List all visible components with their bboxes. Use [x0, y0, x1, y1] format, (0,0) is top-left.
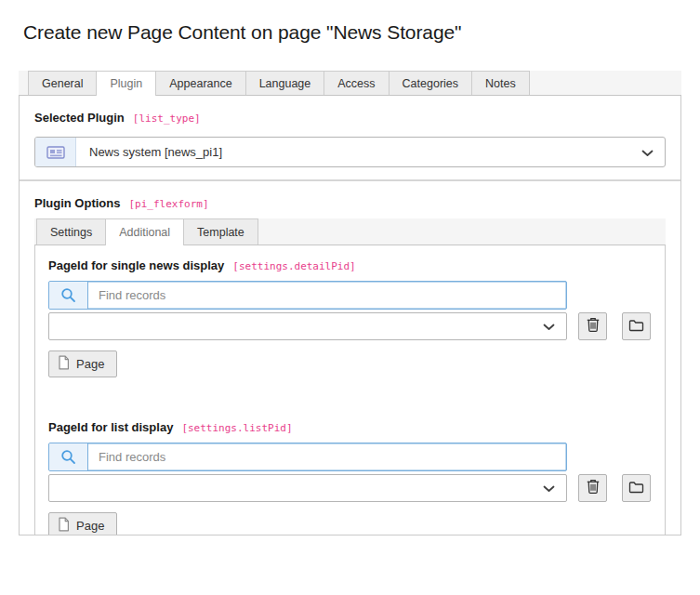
detail-pid-select-row [48, 312, 652, 340]
tab-notes-label: Notes [485, 77, 516, 90]
browse-page-button[interactable]: Page [48, 350, 117, 377]
selected-plugin-label: Selected Plugin [34, 111, 125, 125]
list-pid-label-row: PageId for list display [settings.listPi… [48, 420, 652, 434]
detail-pid-label-row: PageId for single news display [settings… [48, 258, 652, 272]
tab-settings-label: Settings [50, 226, 92, 239]
browse-page-button[interactable]: Page [48, 512, 117, 536]
tab-categories[interactable]: Categories [389, 71, 472, 95]
detail-pid-label: PageId for single news display [48, 258, 224, 272]
tab-appearance-label: Appearance [169, 77, 231, 90]
tab-language-label: Language [259, 77, 311, 90]
list-pid-field-code: [settings.listPid] [181, 422, 292, 434]
tab-template-label: Template [197, 226, 244, 239]
browse-page-button-label: Page [76, 519, 104, 533]
tab-template[interactable]: Template [183, 218, 258, 245]
remove-record-button[interactable] [578, 312, 607, 340]
tab-language[interactable]: Language [245, 71, 325, 95]
tab-categories-label: Categories [403, 77, 458, 90]
field-group-detail-pid: PageId for single news display [settings… [48, 258, 652, 377]
list-pid-search-input[interactable] [88, 443, 566, 470]
chevron-down-icon [641, 144, 654, 161]
tab-notes[interactable]: Notes [471, 71, 530, 95]
tab-settings[interactable]: Settings [36, 218, 106, 245]
browse-page-button-label: Page [76, 357, 104, 371]
tab-access[interactable]: Access [324, 71, 389, 95]
page-title: Create new Page Content on page "News St… [23, 21, 461, 44]
search-icon [49, 282, 88, 309]
chevron-down-icon [543, 480, 555, 496]
detail-pid-field-code: [settings.detailPid] [232, 260, 355, 272]
list-pid-search-group [48, 443, 567, 471]
main-tabbar: General Plugin Appearance Language Acces… [19, 71, 681, 96]
field-group-list-pid: PageId for list display [settings.listPi… [48, 420, 652, 536]
tab-additional-label: Additional [119, 226, 170, 239]
selected-plugin-value: News system [news_pi1] [76, 138, 222, 166]
plugin-options-label: Plugin Options [34, 196, 120, 210]
page-icon [58, 517, 70, 535]
tab-additional[interactable]: Additional [105, 218, 184, 245]
selected-plugin-select[interactable]: News system [news_pi1] [34, 137, 666, 167]
remove-record-button[interactable] [578, 474, 607, 502]
page-icon [58, 355, 70, 373]
detail-pid-record-select[interactable] [48, 312, 567, 340]
detail-pid-search-group [48, 281, 567, 310]
plugin-tab-panel: Selected Plugin [list_type] News system … [19, 96, 681, 536]
selected-plugin-label-row: Selected Plugin [list_type] [34, 111, 666, 125]
browse-folder-button[interactable] [622, 474, 651, 502]
trash-icon [586, 479, 601, 497]
tab-plugin[interactable]: Plugin [96, 71, 156, 96]
detail-pid-search-input[interactable] [88, 282, 566, 309]
plugin-options-section: Plugin Options [pi_flexform] Settings Ad… [34, 196, 666, 536]
flexform-additional-panel: PageId for single news display [settings… [34, 245, 666, 536]
plugin-options-label-row: Plugin Options [pi_flexform] [34, 196, 666, 210]
section-divider [20, 179, 680, 181]
list-pid-label: PageId for list display [48, 420, 173, 434]
tab-plugin-label: Plugin [110, 77, 142, 90]
tab-access-label: Access [337, 77, 375, 90]
tab-general[interactable]: General [28, 71, 97, 95]
folder-icon [628, 481, 644, 496]
tab-appearance[interactable]: Appearance [155, 71, 245, 95]
folder-icon [628, 319, 644, 335]
list-pid-record-select[interactable] [48, 474, 567, 502]
selected-plugin-field-code: [list_type] [133, 112, 201, 125]
create-content-form: Create new Page Content on page "News St… [0, 0, 700, 595]
flexform-tabbar: Settings Additional Template [34, 218, 666, 245]
list-pid-select-row [48, 474, 652, 502]
browse-folder-button[interactable] [622, 312, 651, 340]
trash-icon [586, 317, 601, 336]
tab-general-label: General [42, 77, 83, 90]
search-icon [49, 443, 88, 470]
newspaper-plugin-icon [35, 138, 76, 166]
plugin-options-field-code: [pi_flexform] [128, 198, 208, 210]
chevron-down-icon [543, 318, 555, 335]
